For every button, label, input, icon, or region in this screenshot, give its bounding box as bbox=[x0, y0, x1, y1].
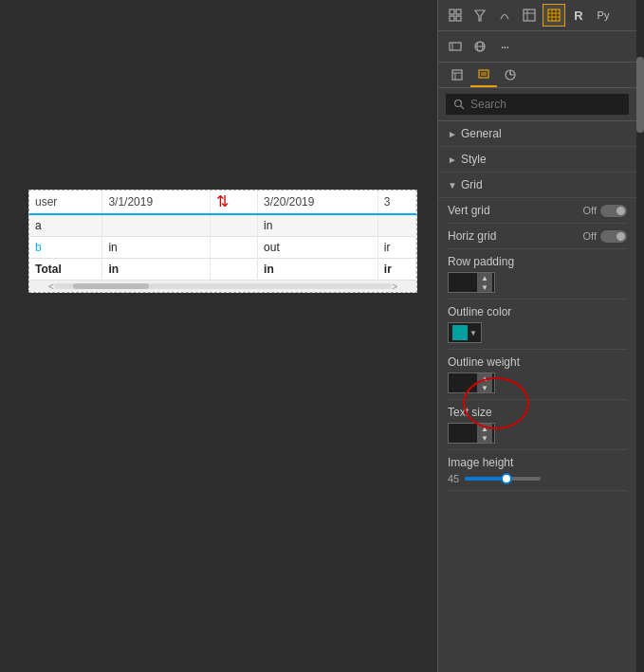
outline-weight-label: Outline weight bbox=[448, 355, 520, 369]
section-grid[interactable]: ▼ Grid bbox=[438, 173, 636, 198]
outline-color-row: Outline color ▼ bbox=[448, 300, 627, 350]
table-row-b: b in out ir bbox=[29, 237, 416, 259]
horiz-grid-toggle[interactable]: Off bbox=[583, 230, 627, 243]
grid-label: Grid bbox=[461, 178, 483, 191]
vert-grid-thumb bbox=[616, 207, 625, 215]
vert-grid-off-label: Off bbox=[583, 205, 597, 216]
section-general[interactable]: ► General bbox=[438, 121, 636, 147]
scroll-track[interactable] bbox=[54, 283, 392, 289]
text-size-input[interactable]: 8 bbox=[449, 425, 477, 442]
header-cell-date1: 3/1/2019 bbox=[102, 191, 211, 214]
table-row: a in bbox=[29, 214, 416, 237]
outline-weight-input[interactable]: 1 bbox=[449, 374, 477, 391]
horiz-grid-thumb bbox=[616, 232, 625, 241]
main-area bbox=[0, 0, 446, 672]
horiz-grid-label: Horiz grid bbox=[448, 229, 496, 243]
text-size-label: Text size bbox=[448, 406, 492, 419]
row-padding-row: Row padding 1 ▲ ▼ bbox=[448, 249, 627, 300]
icon-R[interactable]: R bbox=[567, 4, 590, 27]
tab-format[interactable] bbox=[470, 63, 497, 87]
horiz-grid-off-label: Off bbox=[583, 230, 597, 242]
outline-color-picker[interactable]: ▼ bbox=[448, 322, 482, 343]
search-icon bbox=[453, 99, 465, 110]
svg-rect-18 bbox=[452, 70, 462, 80]
table-header-row: user 3/1/2019 ⇅ 3/20/2019 3 bbox=[29, 191, 416, 214]
icon-globe[interactable] bbox=[469, 35, 491, 58]
cell-ir1: ir bbox=[377, 237, 415, 259]
tab-fields[interactable] bbox=[444, 63, 470, 87]
text-size-input-wrapper[interactable]: 8 ▲ ▼ bbox=[448, 423, 495, 444]
icon-grid[interactable] bbox=[444, 4, 467, 27]
outline-weight-up[interactable]: ▲ bbox=[477, 373, 492, 383]
table-container: user 3/1/2019 ⇅ 3/20/2019 3 a in b in ou… bbox=[28, 190, 417, 293]
row-padding-spin[interactable]: ▲ ▼ bbox=[477, 273, 492, 292]
cell-b: b bbox=[29, 237, 102, 259]
cell-total: Total bbox=[29, 259, 102, 281]
vert-grid-toggle[interactable]: Off bbox=[583, 205, 627, 217]
icon-table2[interactable] bbox=[518, 4, 541, 27]
general-label: General bbox=[461, 127, 502, 140]
section-style[interactable]: ► Style bbox=[438, 147, 636, 173]
scroll-right-arrow[interactable]: > bbox=[392, 282, 397, 292]
icon-Py[interactable]: Py bbox=[592, 4, 615, 27]
table-total-row: Total in in ir bbox=[29, 259, 416, 281]
cell-out: out bbox=[258, 237, 378, 259]
horiz-grid-row: Horiz grid Off bbox=[448, 224, 627, 249]
row-padding-input-wrapper[interactable]: 1 ▲ ▼ bbox=[448, 272, 495, 293]
vert-grid-row: Vert grid Off bbox=[448, 198, 627, 224]
svg-line-28 bbox=[461, 106, 465, 110]
right-panel: R Py ··· ► Ge bbox=[437, 0, 636, 672]
image-height-slider[interactable] bbox=[465, 477, 541, 481]
outline-color-label: Outline color bbox=[448, 305, 511, 318]
text-size-row: Text size 8 ▲ ▼ bbox=[448, 400, 627, 450]
image-height-row: Image height 45 bbox=[448, 450, 627, 491]
row-padding-down[interactable]: ▼ bbox=[477, 282, 492, 292]
svg-rect-21 bbox=[479, 70, 488, 78]
horizontal-scrollbar[interactable]: < > bbox=[29, 281, 416, 292]
chevron-down-icon-grid: ▼ bbox=[448, 180, 457, 191]
svg-rect-0 bbox=[450, 9, 454, 14]
header-cell-sort[interactable]: ⇅ bbox=[211, 191, 258, 214]
header-cell-num: 3 bbox=[377, 191, 415, 214]
outline-weight-input-wrapper[interactable]: 1 ▲ ▼ bbox=[448, 372, 495, 393]
outline-weight-down[interactable]: ▼ bbox=[477, 383, 492, 392]
search-input[interactable] bbox=[470, 98, 603, 111]
text-size-spin[interactable]: ▲ ▼ bbox=[477, 424, 492, 443]
icon-matrix[interactable] bbox=[543, 4, 565, 27]
horiz-grid-track[interactable] bbox=[600, 230, 627, 243]
row-padding-input[interactable]: 1 bbox=[449, 274, 477, 291]
scroll-thumb bbox=[73, 283, 149, 289]
chevron-right-icon-style: ► bbox=[448, 154, 457, 165]
sort-icon: ⇅ bbox=[216, 194, 229, 209]
svg-rect-1 bbox=[456, 9, 461, 14]
cell-empty2 bbox=[211, 214, 258, 237]
vert-grid-label: Vert grid bbox=[448, 204, 490, 217]
svg-marker-4 bbox=[475, 10, 485, 21]
tab-analytics[interactable] bbox=[497, 63, 524, 87]
icon-arc[interactable] bbox=[493, 4, 516, 27]
cell-ir2: ir bbox=[377, 259, 415, 281]
vert-grid-track[interactable] bbox=[600, 205, 627, 217]
svg-rect-5 bbox=[524, 9, 535, 21]
svg-rect-3 bbox=[456, 16, 461, 21]
icon-dots[interactable]: ··· bbox=[493, 35, 516, 58]
text-size-up[interactable]: ▲ bbox=[477, 424, 492, 433]
icon-visual-filter[interactable] bbox=[444, 35, 467, 58]
cell-empty3 bbox=[377, 214, 415, 237]
right-scrollbar[interactable] bbox=[636, 0, 644, 672]
grid-properties: Vert grid Off Horiz grid Off Row padding bbox=[438, 198, 636, 491]
row-padding-up[interactable]: ▲ bbox=[477, 273, 492, 282]
cell-in1: in bbox=[258, 214, 378, 237]
outline-weight-spin[interactable]: ▲ ▼ bbox=[477, 373, 492, 392]
text-size-down[interactable]: ▼ bbox=[477, 433, 492, 443]
row-padding-label: Row padding bbox=[448, 255, 514, 268]
cell-empty5 bbox=[211, 259, 258, 281]
scroll-left-arrow[interactable]: < bbox=[48, 282, 54, 292]
image-height-value: 45 bbox=[448, 473, 459, 484]
cell-in2: in bbox=[102, 237, 211, 259]
icon-filter[interactable] bbox=[469, 4, 491, 27]
outline-weight-row: Outline weight 1 ▲ ▼ bbox=[448, 350, 627, 400]
search-box[interactable] bbox=[446, 94, 629, 115]
image-height-label: Image height bbox=[448, 456, 513, 469]
svg-rect-2 bbox=[450, 16, 454, 21]
